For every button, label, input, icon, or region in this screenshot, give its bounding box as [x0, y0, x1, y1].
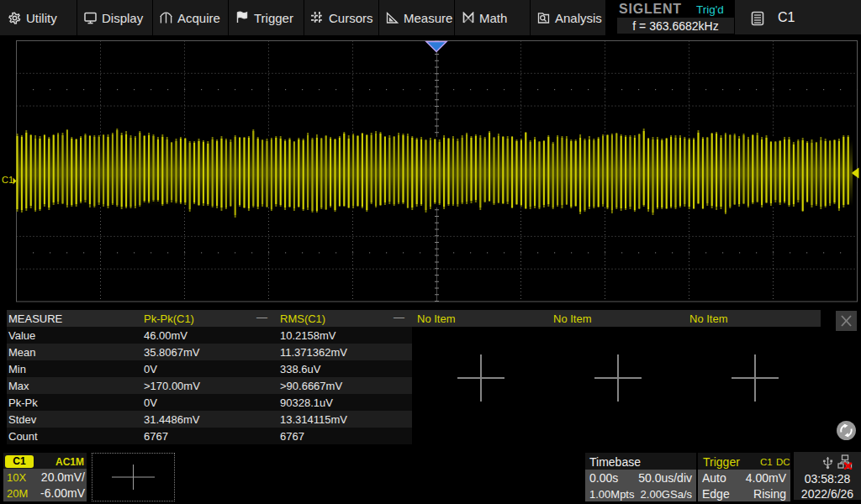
svg-text:C1: C1 [2, 175, 13, 185]
